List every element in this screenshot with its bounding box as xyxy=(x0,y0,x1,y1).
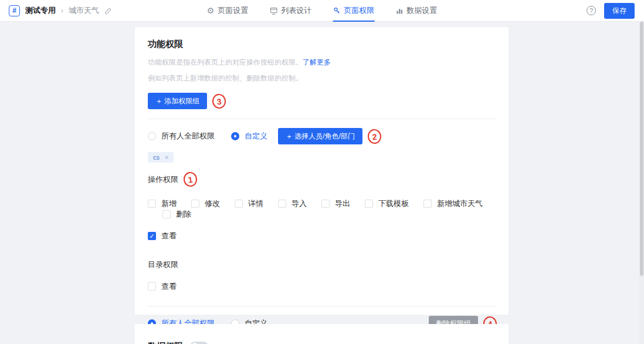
radio-icon xyxy=(148,132,156,140)
checkbox-view-checked[interactable]: ✓ 查看 xyxy=(148,231,177,241)
tab-list-design[interactable]: 列表设计 xyxy=(269,0,311,22)
radio-selected-icon xyxy=(231,132,239,140)
top-header: # 测试专用 › 城市天气 ⚙ 页面设置 列表设计 xyxy=(0,0,644,22)
checkbox-label: 修改 xyxy=(205,198,220,209)
checkbox-label: 导出 xyxy=(335,198,350,209)
checkbox-download-template[interactable]: 下载模板 xyxy=(365,198,409,209)
checkbox-label: 导入 xyxy=(292,198,307,209)
annotation-circle-2: 2 xyxy=(367,128,382,144)
radio-label: 所有人全部权限 xyxy=(161,131,215,141)
tab-label: 页面设置 xyxy=(218,5,248,16)
checkbox-label: 详情 xyxy=(248,198,263,209)
breadcrumb-current: 城市天气 xyxy=(69,5,99,16)
checkbox-export[interactable]: 导出 xyxy=(321,198,350,209)
checkbox-checked-icon: ✓ xyxy=(148,232,156,240)
section-description-2: 例如列表页上新增数据的控制、删除数据的控制。 xyxy=(148,73,497,83)
tab-label: 列表设计 xyxy=(281,5,311,16)
breadcrumb: # 测试专用 › 城市天气 xyxy=(0,5,112,16)
checkbox-icon xyxy=(162,210,171,218)
checkbox-add-city-weather[interactable]: 新增城市天气 xyxy=(423,198,483,209)
tab-page-settings[interactable]: ⚙ 页面设置 xyxy=(207,0,249,22)
checkbox-icon xyxy=(278,200,286,208)
checkbox-label: 新增 xyxy=(161,198,177,209)
checkbox-icon xyxy=(148,282,156,291)
data-permission-title: 数据权限 xyxy=(148,341,183,344)
help-icon[interactable]: ? xyxy=(587,6,596,15)
checkbox-icon xyxy=(191,200,199,208)
member-tag: cs × xyxy=(148,152,174,163)
scrollbar-thumb[interactable] xyxy=(640,22,643,276)
tab-data-settings[interactable]: 数据设置 xyxy=(395,0,437,22)
checkbox-label: 查看 xyxy=(161,231,177,241)
select-people-button[interactable]: ＋ 选择人员/角色/部门 xyxy=(278,128,362,144)
annotation-circle-3: 3 xyxy=(212,93,226,109)
gear-icon: ⚙ xyxy=(207,6,215,15)
checkbox-icon xyxy=(423,200,432,208)
checkbox-create[interactable]: 新增 xyxy=(148,198,177,209)
key-icon xyxy=(333,7,340,15)
app-hash-icon: # xyxy=(9,5,20,16)
checkbox-label: 下载模板 xyxy=(378,198,409,209)
breadcrumb-separator: › xyxy=(61,6,63,15)
data-permission-card: 数据权限 xyxy=(135,324,509,344)
radio-custom[interactable]: 自定义 xyxy=(231,131,267,141)
list-design-icon xyxy=(269,6,277,15)
checkbox-label: 新增城市天气 xyxy=(437,198,483,209)
tag-close-icon[interactable]: × xyxy=(165,154,168,161)
add-permission-group-button[interactable]: ＋ 添加权限组 xyxy=(148,93,207,109)
scrollbar-track[interactable] xyxy=(639,22,644,344)
directory-permission-title: 目录权限 xyxy=(148,259,178,270)
data-permission-toggle[interactable] xyxy=(190,342,208,344)
tab-label: 页面权限 xyxy=(344,5,374,16)
checkbox-delete[interactable]: 删除 xyxy=(162,209,191,220)
checkbox-label: 删除 xyxy=(176,209,191,220)
operation-checkbox-row: 新增 修改 详情 导入 导出 下载模板 新增城市天气 删除 xyxy=(148,198,497,220)
member-tag-label: cs xyxy=(153,154,160,161)
radio-all-permission[interactable]: 所有人全部权限 xyxy=(148,131,215,141)
checkbox-edit[interactable]: 修改 xyxy=(191,198,220,209)
operation-permission-title: 操作权限 xyxy=(148,174,178,185)
section-title: 功能权限 xyxy=(148,39,497,50)
checkbox-label: 查看 xyxy=(161,281,177,292)
breadcrumb-parent[interactable]: 测试专用 xyxy=(25,5,56,16)
radio-label: 自定义 xyxy=(245,131,267,141)
bar-chart-icon xyxy=(395,7,403,15)
edit-pencil-icon[interactable] xyxy=(104,7,112,15)
function-permission-card: 功能权限 功能权限是指在列表页上的对应操作按钮的权限。了解更多 例如列表页上新增… xyxy=(135,27,509,315)
learn-more-link[interactable]: 了解更多 xyxy=(303,58,331,66)
description-text: 功能权限是指在列表页上的对应操作按钮的权限。 xyxy=(148,58,303,66)
checkbox-directory-view[interactable]: 查看 xyxy=(148,281,177,292)
tab-page-permission[interactable]: 页面权限 xyxy=(333,0,374,22)
divider xyxy=(148,306,497,306)
section-description-1: 功能权限是指在列表页上的对应操作按钮的权限。了解更多 xyxy=(148,58,497,68)
checkbox-import[interactable]: 导入 xyxy=(278,198,307,209)
header-tabs: ⚙ 页面设置 列表设计 页面权限 xyxy=(207,0,438,22)
tab-label: 数据设置 xyxy=(406,5,437,16)
checkbox-icon xyxy=(148,200,156,208)
annotation-circle-1: 1 xyxy=(183,171,198,187)
checkbox-icon xyxy=(321,200,330,208)
group1-scope-row: 所有人全部权限 自定义 ＋ 选择人员/角色/部门 2 xyxy=(148,128,497,144)
checkbox-icon xyxy=(365,200,373,208)
checkbox-icon xyxy=(235,200,243,208)
divider xyxy=(148,119,497,119)
checkbox-detail[interactable]: 详情 xyxy=(235,198,263,209)
save-button[interactable]: 保存 xyxy=(604,3,635,19)
